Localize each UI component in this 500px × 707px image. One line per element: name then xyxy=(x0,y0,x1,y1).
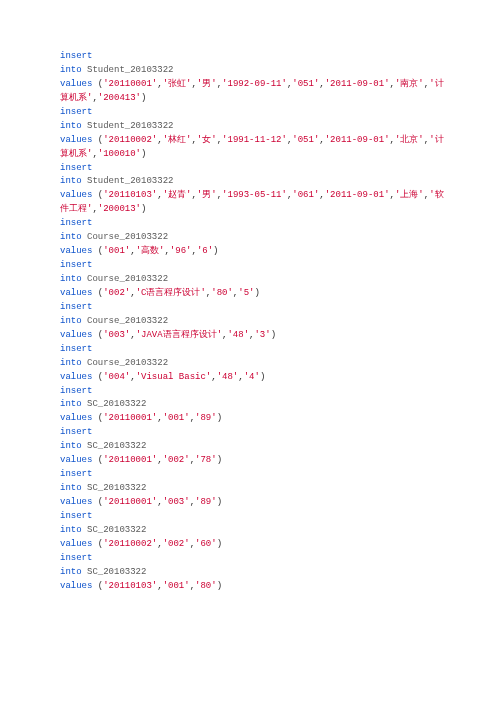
code-token: into xyxy=(60,441,82,451)
code-line: insert xyxy=(60,468,445,482)
code-token: Course_20103322 xyxy=(87,232,168,242)
code-token: ) xyxy=(217,581,222,591)
code-token: '89' xyxy=(195,497,217,507)
code-token: ) xyxy=(217,539,222,549)
code-token: '100010' xyxy=(98,149,141,159)
code-token: insert xyxy=(60,302,92,312)
code-token: '1993-05-11' xyxy=(222,190,287,200)
code-token: '002' xyxy=(163,539,190,549)
code-token: into xyxy=(60,316,82,326)
code-token: Course_20103322 xyxy=(87,316,168,326)
code-token: values xyxy=(60,190,92,200)
code-token: into xyxy=(60,232,82,242)
code-token: insert xyxy=(60,51,92,61)
code-token: '20110001' xyxy=(103,455,157,465)
code-line: into Student_20103322 xyxy=(60,175,445,189)
code-token: into xyxy=(60,121,82,131)
code-line: insert xyxy=(60,343,445,357)
code-token: '002' xyxy=(103,288,130,298)
code-token: ( xyxy=(92,539,103,549)
code-line: insert xyxy=(60,385,445,399)
code-token: '20110002' xyxy=(103,135,157,145)
code-token: '6' xyxy=(197,246,213,256)
code-line: values ('003','JAVA语言程序设计','48','3') xyxy=(60,329,445,343)
code-token: '高数' xyxy=(136,246,165,256)
code-token: ) xyxy=(254,288,259,298)
code-line: values ('20110103','001','80') xyxy=(60,580,445,594)
code-token: into xyxy=(60,525,82,535)
code-token: '女' xyxy=(197,135,217,145)
code-token: '001' xyxy=(163,581,190,591)
code-token: 'C语言程序设计' xyxy=(136,288,206,298)
code-token: SC_20103322 xyxy=(87,567,146,577)
code-line: values ('20110001','003','89') xyxy=(60,496,445,510)
code-token: values xyxy=(60,288,92,298)
code-line: values ('20110002','林红','女','1991-11-12'… xyxy=(60,134,445,162)
code-token: SC_20103322 xyxy=(87,483,146,493)
code-line: values ('002','C语言程序设计','80','5') xyxy=(60,287,445,301)
code-line: values ('20110001','002','78') xyxy=(60,454,445,468)
code-token: ) xyxy=(217,413,222,423)
code-token: ( xyxy=(92,455,103,465)
code-token: Student_20103322 xyxy=(87,65,173,75)
code-token: '89' xyxy=(195,413,217,423)
code-token: into xyxy=(60,567,82,577)
code-token: ) xyxy=(217,497,222,507)
code-token: '78' xyxy=(195,455,217,465)
code-token: '001' xyxy=(163,413,190,423)
code-token: '003' xyxy=(103,330,130,340)
code-line: into Course_20103322 xyxy=(60,357,445,371)
code-token: insert xyxy=(60,386,92,396)
code-token: '002' xyxy=(163,455,190,465)
code-token: '2011-09-01' xyxy=(325,79,390,89)
code-token: 'Visual Basic' xyxy=(136,372,212,382)
code-token: values xyxy=(60,455,92,465)
code-token: '1992-09-11' xyxy=(222,79,287,89)
code-line: insert xyxy=(60,106,445,120)
code-token: '20110103' xyxy=(103,190,157,200)
code-token: ) xyxy=(260,372,265,382)
code-token: insert xyxy=(60,511,92,521)
code-token: ( xyxy=(92,135,103,145)
code-line: into SC_20103322 xyxy=(60,398,445,412)
code-token: insert xyxy=(60,107,92,117)
code-line: values ('20110001','张虹','男','1992-09-11'… xyxy=(60,78,445,106)
code-token: ) xyxy=(141,149,146,159)
code-line: values ('001','高数','96','6') xyxy=(60,245,445,259)
code-token: '061' xyxy=(292,190,319,200)
code-token: values xyxy=(60,413,92,423)
code-token: ( xyxy=(92,190,103,200)
code-token: values xyxy=(60,539,92,549)
code-token: '051' xyxy=(292,135,319,145)
code-token: '20110001' xyxy=(103,79,157,89)
code-token: values xyxy=(60,372,92,382)
code-token: '20110103' xyxy=(103,581,157,591)
code-token: values xyxy=(60,246,92,256)
code-line: insert xyxy=(60,301,445,315)
code-token: '上海' xyxy=(395,190,424,200)
code-token: '3' xyxy=(254,330,270,340)
code-line: values ('20110001','001','89') xyxy=(60,412,445,426)
code-line: values ('20110103','赵青','男','1993-05-11'… xyxy=(60,189,445,217)
code-token: '20110002' xyxy=(103,539,157,549)
code-token: '南京' xyxy=(395,79,424,89)
code-line: into Course_20103322 xyxy=(60,273,445,287)
code-token: Student_20103322 xyxy=(87,176,173,186)
code-token: '051' xyxy=(292,79,319,89)
code-token: insert xyxy=(60,260,92,270)
code-line: insert xyxy=(60,217,445,231)
code-token: ( xyxy=(92,413,103,423)
code-token: '北京' xyxy=(395,135,424,145)
code-line: into SC_20103322 xyxy=(60,482,445,496)
code-token: ( xyxy=(92,246,103,256)
code-line: values ('004','Visual Basic','48','4') xyxy=(60,371,445,385)
code-token: '80' xyxy=(195,581,217,591)
code-token: insert xyxy=(60,163,92,173)
code-token: ) xyxy=(141,93,146,103)
code-token: '张虹' xyxy=(163,79,192,89)
code-token: ( xyxy=(92,330,103,340)
code-token: ( xyxy=(92,79,103,89)
code-line: insert xyxy=(60,259,445,273)
code-token: SC_20103322 xyxy=(87,441,146,451)
code-token: '200413' xyxy=(98,93,141,103)
